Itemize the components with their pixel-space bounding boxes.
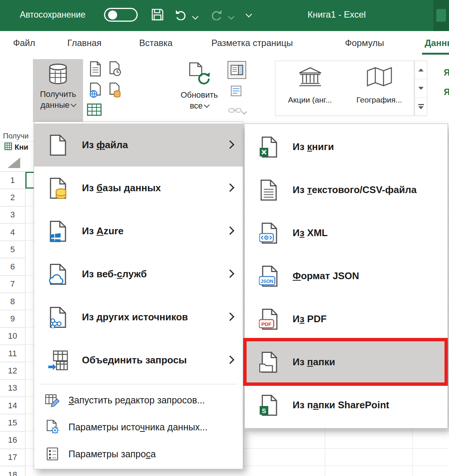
stocks-data-type[interactable]: Акции (анг... xyxy=(275,61,345,116)
row-header[interactable]: 16 xyxy=(0,431,25,449)
gallery-scroll-down[interactable] xyxy=(415,79,427,98)
geography-label: География... xyxy=(356,95,402,104)
menu-item-from-online-services[interactable]: Из веб-служб xyxy=(34,253,243,296)
gallery-more-button[interactable] xyxy=(415,98,427,116)
json-file-icon: JSON xyxy=(245,265,293,287)
menu-item-from-azure[interactable]: Из Azure xyxy=(34,210,243,253)
row-header[interactable]: 17 xyxy=(0,449,25,466)
row-header[interactable]: 9 xyxy=(0,310,25,327)
undo-icon[interactable] xyxy=(174,8,188,22)
redo-icon[interactable] xyxy=(210,8,223,22)
menu-item-from-database[interactable]: Из базы данных xyxy=(34,167,243,210)
submenu-arrow-icon xyxy=(226,140,235,149)
queries-connections-toggle[interactable] xyxy=(227,61,246,79)
row-header[interactable]: 2 xyxy=(0,189,25,206)
from-web-icon[interactable] xyxy=(89,82,102,100)
get-data-label-line2: данные xyxy=(40,100,69,110)
menu-item-label: Параметры источника данных... xyxy=(68,422,208,433)
menu-item-from-file[interactable]: Из файла xyxy=(34,123,243,167)
excel-workbook-icon xyxy=(245,136,293,158)
sort-za-icon[interactable]: Я xyxy=(444,87,449,97)
row-header[interactable]: 7 xyxy=(0,276,25,293)
row-header[interactable]: 1 xyxy=(0,172,25,189)
submenu-arrow-icon xyxy=(226,312,235,321)
tab-file[interactable]: Файл xyxy=(13,38,35,48)
submenu-item-from-pdf[interactable]: PDF Из PDF xyxy=(245,298,448,341)
menu-item-label: Из веб-служб xyxy=(82,268,147,280)
select-all-corner[interactable] xyxy=(7,158,20,168)
xml-file-icon xyxy=(245,222,293,244)
tab-formulas[interactable]: Формулы xyxy=(345,38,384,48)
recent-sources-icon[interactable] xyxy=(109,61,121,78)
submenu-item-label: Формат JSON xyxy=(293,270,359,282)
submenu-item-json[interactable]: JSON Формат JSON xyxy=(245,254,448,298)
database-cylinder-icon xyxy=(47,63,69,86)
row-header[interactable]: 18 xyxy=(0,466,25,476)
redo-dropdown-chevron-icon[interactable] xyxy=(228,13,235,20)
geography-data-type[interactable]: География... xyxy=(345,61,414,116)
edit-links-icon[interactable] xyxy=(228,106,242,116)
menu-item-label: Запустить редактор запросов... xyxy=(68,395,205,406)
menu-item-combine-queries[interactable]: Объединить запросы xyxy=(34,339,243,382)
row-header[interactable]: 13 xyxy=(0,380,25,397)
row-header[interactable]: 3 xyxy=(0,207,25,224)
row-header[interactable]: 10 xyxy=(0,328,25,345)
customize-toolbar-icon[interactable] xyxy=(245,11,253,18)
refresh-label-line1: Обновить xyxy=(181,90,218,101)
submenu-item-from-sharepoint-folder[interactable]: S Из папки SharePoint xyxy=(245,384,448,427)
text-file-icon xyxy=(245,179,293,201)
up-arrow-icon xyxy=(418,68,424,71)
submenu-item-from-folder[interactable]: Из папки xyxy=(245,341,448,384)
row-header[interactable]: 8 xyxy=(0,293,25,310)
tab-layout[interactable]: Разметка страницы xyxy=(211,38,293,48)
from-file-submenu: Из книги Из текстового/CSV-файла Из XML … xyxy=(244,123,448,428)
links-chevron-icon[interactable] xyxy=(242,109,247,115)
refresh-icon xyxy=(187,62,211,87)
menu-item-from-other-sources[interactable]: Из других источников xyxy=(34,296,243,339)
menu-item-data-source-settings[interactable]: Параметры источника данных... xyxy=(34,414,243,440)
submenu-arrow-icon xyxy=(226,183,235,192)
properties-icon[interactable] xyxy=(230,85,242,98)
ribbon-group-label: Получи xyxy=(3,132,28,140)
refresh-all-button[interactable]: Обновить все xyxy=(170,59,228,122)
row-header[interactable]: 14 xyxy=(0,397,25,414)
autosave-toggle[interactable] xyxy=(104,8,138,22)
from-table-icon[interactable] xyxy=(87,103,102,118)
menu-item-query-options[interactable]: Параметры запроса xyxy=(34,440,243,467)
tab-home[interactable]: Главная xyxy=(67,38,101,48)
workbook-title: Книга1 - Excel xyxy=(308,9,366,20)
row-header[interactable]: 4 xyxy=(0,224,25,241)
row-header[interactable]: 6 xyxy=(0,258,25,275)
submenu-item-label: Из книги xyxy=(293,141,334,153)
sort-az-icon[interactable]: Я xyxy=(444,68,449,78)
submenu-arrow-icon xyxy=(226,269,235,278)
row-header[interactable]: 11 xyxy=(0,345,25,362)
row-header[interactable]: 12 xyxy=(0,362,25,379)
submenu-item-from-text-csv[interactable]: Из текстового/CSV-файла xyxy=(245,168,448,211)
data-source-settings-icon xyxy=(42,419,63,434)
query-editor-icon xyxy=(42,393,63,408)
row-header[interactable]: 15 xyxy=(0,414,25,431)
autosave-label: Автосохранение xyxy=(20,10,85,20)
row-header[interactable]: 5 xyxy=(0,241,25,258)
excel-window: Автосохранение Книга1 - Excel Файл Главн… xyxy=(0,0,449,476)
from-text-icon[interactable] xyxy=(89,61,102,78)
refresh-label-line2: все xyxy=(190,101,203,110)
dropdown-chevron-icon xyxy=(204,102,210,108)
sharepoint-badge-text: S xyxy=(262,407,266,414)
save-icon[interactable] xyxy=(151,8,164,22)
undo-dropdown-chevron-icon[interactable] xyxy=(192,13,199,20)
menu-item-launch-query-editor[interactable]: Запустить редактор запросов... xyxy=(34,387,243,414)
get-data-button[interactable]: Получить данные xyxy=(33,59,83,122)
row-headers: 1 2 3 4 5 6 7 8 9 10 11 12 13 14 15 16 1… xyxy=(0,171,25,476)
tab-insert[interactable]: Вставка xyxy=(139,38,172,48)
existing-connections-icon[interactable] xyxy=(109,82,121,100)
menu-item-label: Объединить запросы xyxy=(82,354,187,366)
submenu-item-from-workbook[interactable]: Из книги xyxy=(245,125,448,168)
app-icon xyxy=(436,9,446,22)
submenu-arrow-icon xyxy=(226,226,235,235)
submenu-item-from-xml[interactable]: Из XML xyxy=(245,211,448,254)
pdf-badge-text: PDF xyxy=(262,321,272,327)
gallery-scroll-up[interactable] xyxy=(415,61,427,79)
tab-data[interactable]: Данные xyxy=(425,38,449,48)
